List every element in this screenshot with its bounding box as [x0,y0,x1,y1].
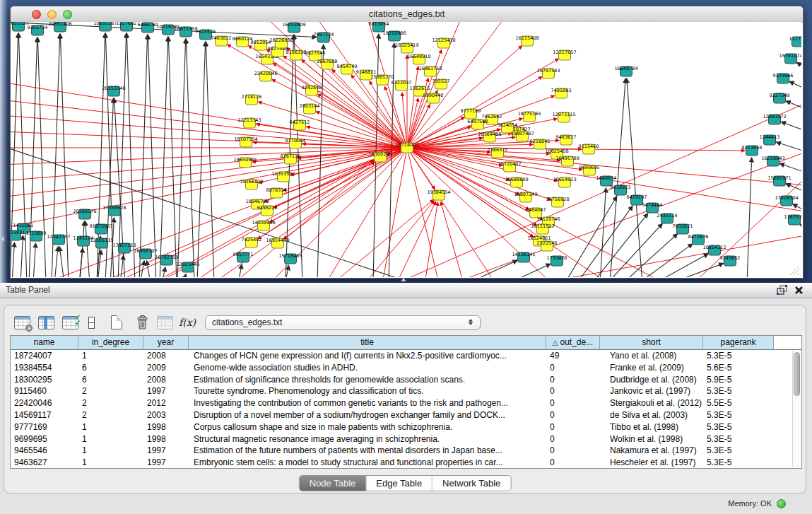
graph-node[interactable]: 8454749 [337,64,358,74]
graph-node[interactable]: 16782759 [155,255,178,265]
network-canvas[interactable]: 1872400718300295122133431810755419654985… [11,22,801,277]
close-window-button[interactable] [32,10,41,19]
graph-node[interactable]: 16914479 [266,238,289,248]
graph-node[interactable]: 20153346 [102,86,125,96]
column-header-title[interactable]: title [189,336,546,350]
graph-node[interactable]: 12125430 [432,37,455,48]
graph-node[interactable]: 14039469 [252,220,275,230]
window-titlebar[interactable]: citations_edges.txt [11,6,803,23]
graph-node[interactable]: 91975887 [89,223,112,234]
table-row[interactable]: 946362711997Embryonic stem cells: a mode… [11,457,801,469]
resize-grip[interactable] [787,263,800,276]
graph-node[interactable]: 18775165 [517,111,541,122]
graph-node[interactable]: 9857771 [233,252,254,262]
graph-node[interactable]: 19166829 [240,179,263,189]
graph-node[interactable]: 12973115 [552,112,575,122]
table-row[interactable]: 911546021997Tourette syndrome. Phenomeno… [11,385,801,397]
graph-node[interactable]: 1244413 [760,134,780,145]
column-header-short[interactable]: short [600,336,703,350]
graph-node[interactable]: 9777169 [461,108,481,119]
graph-node[interactable]: 12213343 [237,117,261,128]
table-row[interactable]: 946554611997Estimation of the future num… [11,445,801,457]
show-columns-button[interactable] [37,314,55,331]
graph-node[interactable]: 18756928 [546,197,569,207]
graph-node[interactable]: 8878334 [266,187,287,198]
rows-button[interactable] [82,314,100,331]
graph-node[interactable]: 2803144 [300,103,320,114]
table-row[interactable]: 1872400712008Changes of HCN gene express… [11,350,801,362]
new-document-button[interactable] [107,314,126,331]
graph-node[interactable]: 9660124 [233,36,253,47]
graph-node[interactable]: 19384554 [427,189,450,200]
graph-node[interactable]: 2055327 [11,22,28,31]
graph-node[interactable]: 8427512 [290,119,310,130]
graph-node[interactable]: 7632621 [673,223,693,234]
tab-node-table[interactable]: Node Table [300,476,366,491]
graph-node[interactable]: 12353593 [271,171,295,182]
function-builder-button[interactable]: f(x) [178,314,196,331]
graph-node[interactable]: 2935114 [657,213,678,223]
apply-columns-button[interactable]: ✓✓ [61,314,79,331]
graph-node[interactable]: 9355724 [28,25,48,35]
graph-node[interactable]: 1167534 [784,214,801,225]
citation-network-graph[interactable]: 1872400718300295122133431810755419654985… [11,22,801,277]
graph-node[interactable]: 16640910 [407,54,430,64]
table-row[interactable]: 2242004622012Investigating the contribut… [11,397,801,409]
table-row[interactable]: 969969511998Structural magnetic resonanc… [11,433,801,445]
graph-node[interactable]: 8186328 [286,49,307,60]
column-header-year[interactable]: year [143,336,189,350]
minimize-window-button[interactable] [47,10,57,19]
table-row[interactable]: 1830029562008Estimation of significance … [11,374,801,386]
graph-node[interactable]: 12505135 [90,238,113,248]
table-row[interactable]: 1456911722003Disruption of a novel membe… [11,409,801,421]
graph-node[interactable]: 9170044 [286,138,306,148]
graph-node[interactable]: 19654985 [233,157,257,168]
graph-node[interactable]: 2718126 [242,94,262,105]
table-row[interactable]: 977716911998Corpus callosum shape and si… [11,421,801,433]
graph-node[interactable]: 9245652 [720,255,741,266]
graph-node[interactable]: 7425402 [242,237,262,247]
graph-node[interactable]: 2522546 [537,240,558,251]
graph-node[interactable]: 9115460 [579,144,599,154]
graph-node[interactable]: 8322037 [392,80,412,90]
graph-node[interactable]: 7485083 [551,88,572,98]
graph-node[interactable]: 15720407 [498,161,521,172]
table-row[interactable]: 1938455462009Genome-wide association stu… [11,362,801,374]
graph-node[interactable]: 9699695 [579,165,600,175]
graph-node[interactable]: 17016504 [775,195,798,206]
graph-node[interactable]: 10688609 [505,177,528,187]
float-window-icon[interactable] [777,285,788,298]
graph-node[interactable]: 18807249 [514,192,537,202]
graph-node[interactable]: 15751074 [779,53,801,64]
import-table-button[interactable] [155,314,174,331]
graph-node[interactable]: 18300295 [368,151,392,162]
delete-button[interactable] [133,314,151,331]
graph-node[interactable]: 6216045 [530,139,551,149]
graph-node[interactable]: 20206576 [73,209,96,219]
graph-node[interactable]: 18107554 [234,136,257,147]
graph-node[interactable]: 9474444 [642,202,663,213]
graph-node[interactable]: 6466160 [138,22,158,33]
graph-node[interactable]: 1527602 [117,22,137,31]
graph-node[interactable]: 16151527 [531,223,554,234]
graph-node[interactable]: 16033809 [282,22,305,33]
graph-node[interactable]: 10654112 [702,245,726,255]
graph-node[interactable]: 8938923 [611,185,631,195]
graph-node[interactable]: 17957253 [112,243,136,253]
graph-node[interactable]: 16495789 [555,156,579,166]
graph-node[interactable]: 795527 [433,78,450,89]
column-header-in-degree[interactable]: in_degree [78,336,143,350]
graph-node[interactable]: 7857224 [314,32,334,42]
vertical-scrollbar[interactable] [792,351,801,467]
graph-node[interactable]: 19797543 [536,68,560,78]
table-settings-button[interactable] [13,314,31,331]
graph-node[interactable]: 8267130 [281,153,301,164]
graph-node[interactable]: 17359928 [102,205,126,216]
tab-edge-table[interactable]: Edge Table [365,476,432,491]
graph-node[interactable]: 14136141 [512,252,535,262]
graph-node[interactable]: 9242848 [302,85,322,95]
graph-node[interactable]: 9463627 [556,134,577,145]
graph-node[interactable]: 111730 [789,36,801,47]
column-header-name[interactable]: name [11,336,78,350]
graph-node[interactable]: 12217057 [553,49,576,60]
